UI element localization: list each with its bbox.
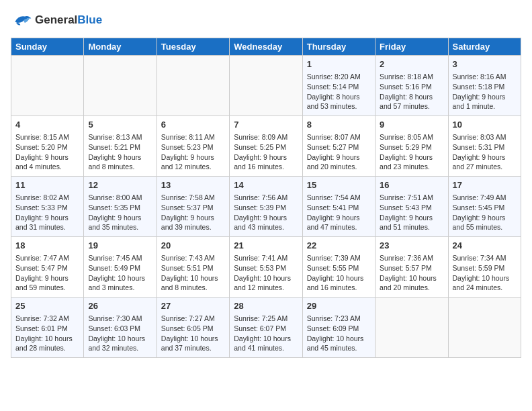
day-info: Daylight: 8 hours: [307, 92, 371, 102]
day-info: Daylight: 9 hours: [15, 152, 79, 163]
day-info: and 57 minutes.: [380, 101, 443, 111]
calendar-cell: 11Sunrise: 8:02 AMSunset: 5:33 PMDayligh…: [11, 177, 84, 237]
day-info: Daylight: 10 hours: [380, 273, 443, 283]
col-header-tuesday: Tuesday: [157, 38, 229, 56]
day-info: Daylight: 10 hours: [161, 273, 225, 283]
day-info: and 43 minutes.: [234, 222, 298, 232]
day-number: 9: [380, 119, 443, 131]
day-info: Sunset: 5:14 PM: [307, 82, 371, 92]
day-info: Daylight: 9 hours: [380, 152, 443, 163]
day-info: Sunset: 5:27 PM: [307, 142, 371, 152]
day-info: and 23 minutes.: [380, 162, 443, 172]
day-info: Sunset: 5:20 PM: [15, 142, 79, 152]
calendar-cell: 8Sunrise: 8:07 AMSunset: 5:27 PMDaylight…: [302, 116, 375, 177]
day-info: and 4 minutes.: [15, 162, 79, 172]
day-info: and 8 minutes.: [161, 283, 225, 293]
day-number: 7: [234, 119, 298, 131]
day-info: and 37 minutes.: [161, 343, 225, 353]
logo-bird-icon: [11, 11, 32, 30]
calendar-cell: 13Sunrise: 7:58 AMSunset: 5:37 PMDayligh…: [157, 177, 229, 237]
day-number: 28: [234, 300, 298, 312]
calendar-cell: 27Sunrise: 7:27 AMSunset: 6:05 PMDayligh…: [157, 298, 229, 358]
day-info: and 24 minutes.: [453, 283, 517, 293]
calendar-cell: 3Sunrise: 8:16 AMSunset: 5:18 PMDaylight…: [448, 56, 521, 116]
day-info: and 27 minutes.: [453, 162, 517, 172]
day-info: Sunrise: 7:58 AM: [161, 193, 225, 203]
calendar-cell: 15Sunrise: 7:54 AMSunset: 5:41 PMDayligh…: [302, 177, 375, 237]
day-info: Sunset: 5:31 PM: [453, 142, 517, 152]
day-info: Sunrise: 7:41 AM: [234, 253, 298, 263]
day-number: 21: [234, 240, 298, 252]
day-number: 22: [307, 240, 371, 252]
calendar-cell: 24Sunrise: 7:34 AMSunset: 5:59 PMDayligh…: [448, 237, 521, 298]
day-info: Sunset: 5:51 PM: [161, 263, 225, 273]
day-info: and 20 minutes.: [307, 162, 371, 172]
day-number: 15: [307, 179, 371, 191]
day-info: Sunrise: 8:02 AM: [15, 193, 79, 203]
day-info: and 16 minutes.: [234, 162, 298, 172]
day-info: Sunset: 6:05 PM: [161, 324, 225, 334]
day-info: and 8 minutes.: [88, 162, 152, 172]
day-info: and 32 minutes.: [88, 343, 152, 353]
calendar-cell: 10Sunrise: 8:03 AMSunset: 5:31 PMDayligh…: [448, 116, 521, 177]
day-info: Daylight: 9 hours: [453, 92, 517, 102]
day-info: Sunset: 6:01 PM: [15, 324, 79, 334]
day-info: Sunrise: 8:13 AM: [88, 132, 152, 142]
day-info: and 51 minutes.: [380, 222, 443, 232]
day-number: 29: [307, 300, 371, 312]
calendar-cell: 17Sunrise: 7:49 AMSunset: 5:45 PMDayligh…: [448, 177, 521, 237]
day-number: 24: [453, 240, 517, 252]
calendar-cell: 14Sunrise: 7:56 AMSunset: 5:39 PMDayligh…: [230, 177, 302, 237]
day-info: Daylight: 10 hours: [234, 334, 298, 344]
day-info: Daylight: 9 hours: [161, 152, 225, 163]
calendar-cell: 23Sunrise: 7:36 AMSunset: 5:57 PMDayligh…: [375, 237, 448, 298]
col-header-friday: Friday: [375, 38, 448, 56]
day-info: and 16 minutes.: [307, 283, 371, 293]
day-number: 25: [15, 300, 79, 312]
day-info: Daylight: 10 hours: [234, 273, 298, 283]
day-info: Sunset: 5:43 PM: [380, 203, 443, 213]
calendar-cell: 2Sunrise: 8:18 AMSunset: 5:16 PMDaylight…: [375, 56, 448, 116]
day-info: Sunrise: 8:07 AM: [307, 132, 371, 142]
day-info: and 55 minutes.: [453, 222, 517, 232]
calendar-cell: 22Sunrise: 7:39 AMSunset: 5:55 PMDayligh…: [302, 237, 375, 298]
day-number: 18: [15, 240, 79, 252]
day-info: Sunrise: 7:27 AM: [161, 314, 225, 324]
day-info: Daylight: 9 hours: [234, 213, 298, 223]
day-info: Sunrise: 8:20 AM: [307, 72, 371, 82]
day-info: Sunset: 5:41 PM: [307, 203, 371, 213]
day-info: Sunrise: 8:18 AM: [380, 72, 443, 82]
col-header-thursday: Thursday: [302, 38, 375, 56]
day-info: Sunrise: 7:36 AM: [380, 253, 443, 263]
day-info: Sunset: 5:33 PM: [15, 203, 79, 213]
day-info: Sunset: 5:35 PM: [88, 203, 152, 213]
day-info: Sunset: 5:23 PM: [161, 142, 225, 152]
day-info: Sunrise: 8:15 AM: [15, 132, 79, 142]
day-info: Sunrise: 7:49 AM: [453, 193, 517, 203]
day-number: 19: [88, 240, 152, 252]
day-info: and 20 minutes.: [380, 283, 443, 293]
calendar-cell: [84, 56, 157, 116]
day-info: Sunrise: 7:56 AM: [234, 193, 298, 203]
day-number: 5: [88, 119, 152, 131]
calendar-cell: 6Sunrise: 8:11 AMSunset: 5:23 PMDaylight…: [157, 116, 229, 177]
day-info: and 1 minute.: [453, 101, 517, 111]
calendar-cell: 25Sunrise: 7:32 AMSunset: 6:01 PMDayligh…: [11, 298, 84, 358]
day-info: Sunset: 5:49 PM: [88, 263, 152, 273]
col-header-sunday: Sunday: [11, 38, 84, 56]
day-info: Daylight: 10 hours: [307, 273, 371, 283]
day-info: and 45 minutes.: [307, 343, 371, 353]
logo-text: GeneralBlue: [35, 13, 102, 27]
day-info: and 39 minutes.: [161, 222, 225, 232]
calendar-cell: 29Sunrise: 7:23 AMSunset: 6:09 PMDayligh…: [302, 298, 375, 358]
calendar-cell: 21Sunrise: 7:41 AMSunset: 5:53 PMDayligh…: [230, 237, 302, 298]
day-info: Daylight: 9 hours: [307, 152, 371, 163]
calendar-week-2: 4Sunrise: 8:15 AMSunset: 5:20 PMDaylight…: [11, 116, 521, 177]
day-info: Sunset: 5:53 PM: [234, 263, 298, 273]
day-info: Daylight: 10 hours: [88, 334, 152, 344]
calendar-cell: 4Sunrise: 8:15 AMSunset: 5:20 PMDaylight…: [11, 116, 84, 177]
day-info: Sunrise: 7:45 AM: [88, 253, 152, 263]
day-info: Daylight: 10 hours: [453, 273, 517, 283]
day-info: Sunset: 5:18 PM: [453, 82, 517, 92]
day-number: 11: [15, 179, 79, 191]
